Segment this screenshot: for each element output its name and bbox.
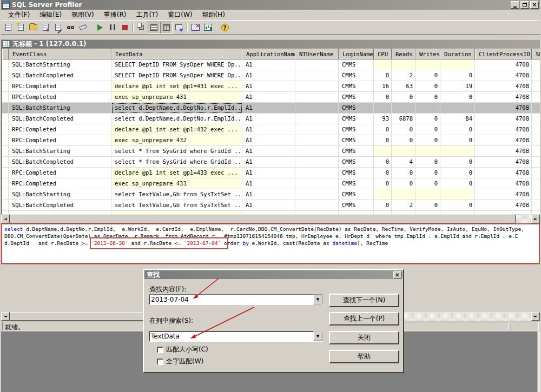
cell-reads[interactable] (392, 189, 415, 200)
cell-applicationname[interactable]: A1 (242, 189, 295, 200)
cell-rowselect[interactable] (2, 200, 9, 211)
cell-rowselect[interactable] (2, 157, 9, 168)
menu-item-t[interactable]: 工具(T) (131, 9, 163, 21)
cell-rowselect[interactable] (2, 70, 9, 81)
cell-applicationname[interactable]: A1 (242, 135, 295, 146)
cell-rowselect[interactable] (2, 124, 9, 135)
cell-textdata[interactable]: exec sp_unprepare 431 (111, 92, 242, 103)
cell-eventclass[interactable]: RPC:Completed (9, 124, 111, 135)
cell-clientprocessid[interactable] (475, 211, 532, 215)
table-row[interactable]: SQL:BatchStartingselect d.DeptName,d.Dep… (2, 103, 540, 114)
chart-icon[interactable] (202, 22, 214, 34)
cell-textdata[interactable] (111, 211, 242, 215)
cell-textdata[interactable]: SELECT DeptID FROM SysOper WHERE Op... (111, 70, 242, 81)
cell-spid[interactable] (532, 59, 540, 70)
cell-spid[interactable] (532, 146, 540, 157)
table-row[interactable]: SQL:BatchStartingSELECT DeptID FROM SysO… (2, 59, 540, 70)
cell-writes[interactable]: 0 (415, 92, 440, 103)
cell-duration[interactable]: 0 (440, 124, 475, 135)
column-header-rowselect[interactable] (2, 49, 9, 59)
cell-rowselect[interactable] (2, 168, 9, 178)
cell-cpu[interactable] (374, 59, 392, 70)
cell-textdata[interactable]: declare @p1 int set @p1=432 exec ... (111, 124, 242, 135)
group-events-icon[interactable] (135, 22, 148, 34)
menu-item-w[interactable]: 窗口(W) (163, 9, 197, 21)
scroll-left-icon[interactable]: ◄ (1, 312, 10, 321)
cell-clientprocessid[interactable]: 4708 (475, 168, 532, 178)
cell-clientprocessid[interactable]: 4708 (475, 81, 532, 92)
find-what-combobox[interactable]: 2013-07-04 ▼ (149, 294, 323, 305)
close-button[interactable]: × (530, 1, 539, 9)
table-row[interactable]: RPC:Completedexec sp_unprepare 431A1CMMS… (2, 92, 540, 103)
cell-duration[interactable]: 0 (440, 157, 475, 168)
cell-writes[interactable]: 0 (415, 81, 440, 92)
close-dialog-button[interactable]: 关闭 (329, 331, 399, 344)
cell-loginname[interactable]: CMMS (339, 135, 374, 146)
cell-cpu[interactable] (374, 103, 392, 114)
cell-loginname[interactable]: CMMS (339, 200, 374, 211)
table-row[interactable]: RPC:Completeddeclare @p1 int set @p1=433… (2, 168, 540, 178)
cell-reads[interactable]: 2 (392, 70, 415, 81)
cell-rowselect[interactable] (2, 103, 9, 114)
cell-reads[interactable] (392, 146, 415, 157)
cell-reads[interactable]: 0 (392, 124, 415, 135)
start-trace-icon[interactable] (94, 22, 106, 34)
table-row[interactable]: SQL:BatchCompletedselect TextValue,Gb fr… (2, 200, 540, 211)
cell-reads[interactable]: 4 (392, 157, 415, 168)
column-header-cpu[interactable]: CPU (374, 49, 392, 59)
cell-applicationname[interactable]: A1 (242, 168, 295, 178)
cell-applicationname[interactable]: A1 (242, 200, 295, 211)
cell-clientprocessid[interactable]: 4708 (475, 59, 532, 70)
cell-eventclass[interactable]: SQL:BatchCompleted (9, 114, 111, 124)
cell-cpu[interactable]: 16 (374, 81, 392, 92)
cell-loginname[interactable]: CMMS (339, 70, 374, 81)
grid-scroll-track[interactable] (516, 215, 531, 223)
table-row[interactable]: RPC:Completedexec sp_unprepare 433A1CMMS… (2, 178, 540, 189)
cell-applicationname[interactable]: A1 (242, 70, 295, 81)
cell-ntusername[interactable] (295, 70, 339, 81)
cell-reads[interactable]: 0 (392, 135, 415, 146)
cell-cpu[interactable]: 0 (374, 200, 392, 211)
cell-textdata[interactable]: select * from SysGrid where GridId ... (111, 157, 242, 168)
cell-rowselect[interactable] (2, 114, 9, 124)
cell-textdata[interactable]: declare @p1 int set @p1=433 exec ... (111, 168, 242, 178)
chevron-down-icon[interactable]: ▼ (313, 295, 322, 304)
cell-textdata[interactable]: exec sp_unprepare 432 (111, 135, 242, 146)
cell-spid[interactable] (532, 157, 540, 168)
cell-eventclass[interactable]: SQL:BatchCompleted (9, 157, 111, 168)
cell-textdata[interactable]: declare @p1 int set @p1=431 exec ... (111, 81, 242, 92)
cell-spid[interactable] (532, 70, 540, 81)
cell-eventclass[interactable]: SQL:BatchCompleted (9, 200, 111, 211)
cell-loginname[interactable] (339, 211, 374, 215)
cell-cpu[interactable]: 0 (374, 70, 392, 81)
cell-writes[interactable] (415, 211, 440, 215)
cell-clientprocessid[interactable]: 4708 (475, 157, 532, 168)
cell-clientprocessid[interactable]: 4708 (475, 70, 532, 81)
cell-duration[interactable]: 0 (440, 200, 475, 211)
table-row[interactable]: RPC:Completeddeclare @p1 int set @p1=432… (2, 124, 540, 135)
cell-textdata[interactable]: SELECT DeptID FROM SysOper WHERE Op... (111, 59, 242, 70)
cell-duration[interactable]: 0 (440, 92, 475, 103)
cell-spid[interactable] (532, 124, 540, 135)
cell-loginname[interactable]: CMMS (339, 146, 374, 157)
cell-reads[interactable]: 0 (392, 168, 415, 178)
new-trace-icon[interactable] (2, 22, 15, 34)
cell-reads[interactable] (392, 103, 415, 114)
cell-clientprocessid[interactable]: 4708 (475, 135, 532, 146)
cell-loginname[interactable]: CMMS (339, 178, 374, 189)
cell-clientprocessid[interactable]: 4708 (475, 178, 532, 189)
cell-writes[interactable]: 0 (415, 168, 440, 178)
edit-grid-icon[interactable] (189, 22, 202, 34)
cell-ntusername[interactable] (295, 146, 339, 157)
column-header-eventclass[interactable]: EventClass (9, 49, 111, 59)
cell-spid[interactable] (532, 178, 540, 189)
table-row[interactable] (2, 211, 540, 215)
cell-clientprocessid[interactable]: 4708 (475, 92, 532, 103)
cell-duration[interactable] (440, 146, 475, 157)
cell-duration[interactable] (440, 211, 475, 215)
cell-duration[interactable]: 0 (440, 178, 475, 189)
scroll-right-icon[interactable]: ► (531, 312, 540, 321)
cell-applicationname[interactable]: A1 (242, 114, 295, 124)
column-header-loginname[interactable]: LoginName (339, 49, 374, 59)
cell-clientprocessid[interactable]: 4708 (475, 146, 532, 157)
